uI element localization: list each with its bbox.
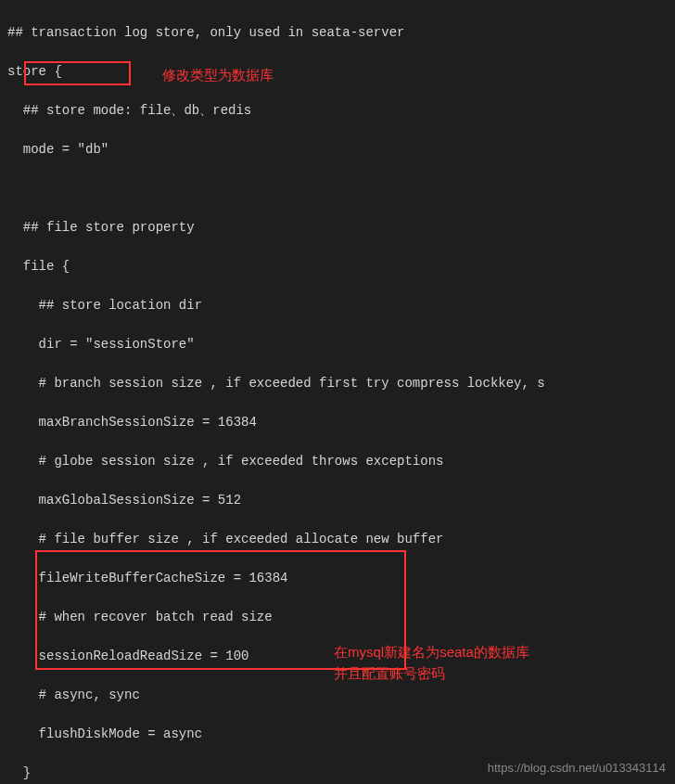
code-line: store { (7, 62, 668, 82)
code-line: fileWriteBufferCacheSize = 16384 (7, 569, 668, 588)
code-line: mode = "db" (7, 140, 668, 160)
annotation-mode-change: 修改类型为数据库 (162, 65, 274, 86)
code-line: ## store location dir (7, 296, 668, 315)
code-line: # globe session size , if exceeded throw… (7, 452, 668, 471)
code-line: ## transaction log store, only used in s… (7, 23, 668, 43)
code-line: ## file store property (7, 218, 668, 238)
annotation-create-db: 在mysql新建名为seata的数据库 (334, 642, 529, 663)
code-line: dir = "sessionStore" (7, 335, 668, 354)
annotation-config-credentials: 并且配置账号密码 (334, 663, 445, 685)
code-line: maxBranchSessionSize = 16384 (7, 413, 668, 432)
watermark: https://blog.csdn.net/u013343114 (488, 759, 666, 778)
code-line: # async, sync (7, 686, 668, 705)
code-line: # when recover batch read size (7, 608, 668, 627)
code-line (7, 179, 668, 199)
code-line: maxGlobalSessionSize = 512 (7, 491, 668, 510)
code-line: file { (7, 257, 668, 276)
code-line: flushDiskMode = async (7, 725, 668, 744)
code-line: ## store mode: file、db、redis (7, 101, 668, 121)
code-line: # file buffer size , if exceeded allocat… (7, 530, 668, 549)
code-line: # branch session size , if exceeded firs… (7, 374, 668, 393)
